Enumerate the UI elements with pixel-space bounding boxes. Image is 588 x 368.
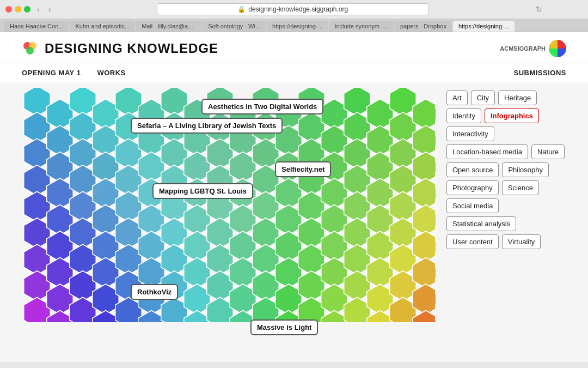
tag-button[interactable]: Social media [446, 198, 499, 213]
tag-button[interactable]: Philosophy [502, 162, 549, 177]
hex-cell[interactable] [24, 244, 50, 275]
close-button[interactable] [5, 6, 12, 13]
hex-cell[interactable] [70, 244, 96, 275]
hex-cell[interactable] [138, 284, 164, 315]
hex-cell[interactable] [275, 284, 302, 315]
hex-cell[interactable] [47, 284, 73, 315]
forward-button[interactable]: › [46, 4, 53, 15]
hex-cell[interactable] [207, 191, 233, 222]
hex-cell[interactable] [298, 191, 324, 222]
hex-cell[interactable] [253, 165, 279, 196]
hex-cell[interactable] [70, 165, 96, 196]
hex-cell[interactable] [24, 271, 50, 301]
tag-button[interactable]: Interactivity [446, 126, 494, 141]
hex-cell[interactable] [115, 297, 142, 322]
hex-cell[interactable] [344, 218, 370, 249]
hex-cell[interactable] [390, 297, 416, 322]
hex-cell[interactable] [70, 218, 96, 249]
hex-cell[interactable] [93, 310, 119, 322]
back-button[interactable]: ‹ [35, 4, 42, 15]
hex-cell[interactable] [321, 231, 347, 262]
hex-cell[interactable] [115, 138, 142, 169]
nav-works[interactable]: WORKS [97, 69, 125, 77]
hex-cell[interactable] [93, 204, 119, 235]
hex-cell[interactable] [207, 165, 233, 196]
hex-cell[interactable] [93, 284, 119, 315]
hex-cell[interactable] [390, 191, 416, 222]
hex-cell[interactable] [275, 310, 302, 322]
hex-cell[interactable] [367, 178, 393, 209]
tag-button[interactable]: Science [502, 180, 539, 195]
hex-cell[interactable] [24, 112, 50, 143]
hex-cell[interactable] [390, 218, 416, 249]
hex-cell[interactable] [230, 284, 256, 315]
browser-tab[interactable]: Kuhn and episodic... [70, 21, 135, 32]
browser-tab[interactable]: Mail - lilly.diaz@aal... [136, 21, 201, 32]
hex-cell[interactable] [207, 271, 233, 301]
hex-cell[interactable] [390, 244, 416, 275]
hex-cell[interactable] [230, 152, 256, 182]
hex-cell[interactable] [47, 178, 73, 209]
tag-button[interactable]: Statistical analysis [446, 216, 516, 231]
hex-cell[interactable] [161, 271, 187, 301]
hex-cell[interactable] [115, 191, 142, 222]
hex-cell[interactable] [367, 231, 393, 262]
hex-cell[interactable] [70, 271, 96, 301]
tag-button[interactable]: Photography [446, 180, 499, 195]
hex-cell[interactable] [115, 271, 142, 301]
hex-cell[interactable] [70, 138, 96, 169]
hex-cell[interactable] [321, 310, 347, 322]
hex-cell[interactable] [253, 297, 279, 322]
hex-cell[interactable] [70, 297, 96, 322]
browser-tab[interactable]: Soft ontology - Wi... [203, 21, 266, 32]
tag-button[interactable]: Identity [446, 108, 481, 123]
hex-cell[interactable] [24, 297, 50, 322]
browser-tab[interactable]: include synonym -... [329, 21, 394, 32]
hex-cell[interactable] [275, 178, 302, 209]
hex-cell[interactable] [230, 204, 256, 235]
hex-cell[interactable] [161, 244, 187, 275]
hex-cell[interactable] [298, 218, 324, 249]
hex-cell[interactable] [321, 284, 347, 315]
hex-cell[interactable] [47, 231, 73, 262]
hex-cell[interactable] [115, 218, 142, 249]
hex-cell[interactable] [93, 231, 119, 262]
hex-cell[interactable] [230, 125, 256, 156]
browser-tab[interactable]: https://designing-... [453, 21, 514, 32]
browser-tab[interactable]: Hans Haacke Con... [4, 21, 69, 32]
hex-cell[interactable] [253, 271, 279, 301]
tag-button[interactable]: Heritage [498, 91, 537, 105]
hex-cell[interactable] [115, 165, 142, 196]
hex-cell[interactable] [138, 231, 164, 262]
hex-cell[interactable] [138, 99, 164, 129]
tag-button[interactable]: Open source [446, 162, 499, 177]
minimize-button[interactable] [15, 6, 21, 13]
hex-cell[interactable] [253, 138, 279, 169]
hex-cell[interactable] [275, 204, 302, 235]
hex-cell[interactable] [184, 257, 210, 288]
reload-button[interactable]: ↻ [532, 4, 546, 15]
address-bar[interactable]: 🔒 designing-knowledge.siggraph.org [157, 3, 429, 15]
hex-cell[interactable] [184, 178, 210, 209]
hex-cell[interactable] [321, 125, 347, 156]
hex-cell[interactable] [70, 112, 96, 143]
hex-cell[interactable] [138, 152, 164, 182]
hex-cell[interactable] [184, 310, 210, 322]
browser-tab[interactable]: https://designing-... [267, 21, 328, 32]
hex-cell[interactable] [93, 178, 119, 209]
maximize-button[interactable] [24, 6, 30, 13]
hex-cell[interactable] [275, 231, 302, 262]
hex-cell[interactable] [253, 191, 279, 222]
hex-cell[interactable] [184, 284, 210, 315]
hex-cell[interactable] [24, 165, 50, 196]
hex-cell[interactable] [298, 297, 324, 322]
hex-cell[interactable] [207, 244, 233, 275]
hex-cell[interactable] [184, 125, 210, 156]
hex-cell[interactable] [367, 99, 393, 129]
hex-cell[interactable] [47, 99, 73, 129]
hex-cell[interactable] [367, 125, 393, 156]
hex-cell[interactable] [184, 204, 210, 235]
hex-cell[interactable] [24, 191, 50, 222]
hex-cell[interactable] [161, 138, 187, 169]
hex-cell[interactable] [184, 231, 210, 262]
